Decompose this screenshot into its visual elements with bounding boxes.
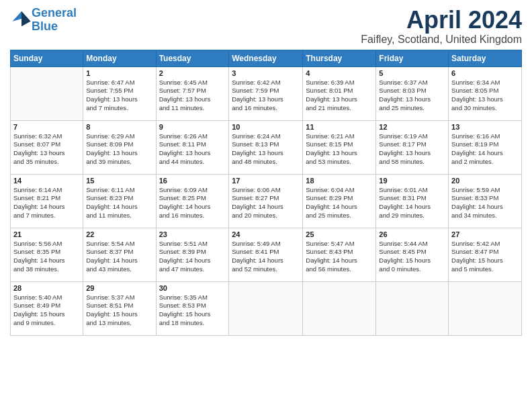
header-friday: Friday: [376, 50, 449, 66]
calendar-cell: 20Sunrise: 5:59 AM Sunset: 8:33 PM Dayli…: [449, 174, 522, 228]
day-number: 21: [13, 230, 80, 238]
day-number: 5: [379, 69, 445, 77]
day-info: Sunrise: 5:54 AM Sunset: 8:37 PM Dayligh…: [86, 240, 152, 274]
calendar-cell: 6Sunrise: 6:34 AM Sunset: 8:05 PM Daylig…: [449, 66, 522, 120]
day-info: Sunrise: 6:16 AM Sunset: 8:19 PM Dayligh…: [451, 132, 519, 167]
calendar-cell: 23Sunrise: 5:51 AM Sunset: 8:39 PM Dayli…: [156, 228, 229, 281]
day-info: Sunrise: 5:42 AM Sunset: 8:47 PM Dayligh…: [451, 240, 519, 274]
day-number: 16: [159, 177, 226, 185]
calendar-cell: [376, 281, 449, 335]
calendar-cell: 11Sunrise: 6:21 AM Sunset: 8:15 PM Dayli…: [303, 120, 376, 174]
calendar-cell: 4Sunrise: 6:39 AM Sunset: 8:01 PM Daylig…: [303, 66, 376, 120]
day-number: 9: [159, 123, 226, 131]
calendar-cell: 29Sunrise: 5:37 AM Sunset: 8:51 PM Dayli…: [83, 281, 156, 335]
day-info: Sunrise: 5:44 AM Sunset: 8:45 PM Dayligh…: [379, 240, 445, 274]
header-tuesday: Tuesday: [156, 50, 229, 66]
day-number: 14: [13, 177, 80, 185]
day-info: Sunrise: 6:09 AM Sunset: 8:25 PM Dayligh…: [159, 186, 226, 220]
day-info: Sunrise: 5:37 AM Sunset: 8:51 PM Dayligh…: [86, 293, 152, 328]
day-info: Sunrise: 5:56 AM Sunset: 8:35 PM Dayligh…: [13, 240, 80, 274]
day-number: 25: [306, 230, 373, 238]
day-number: 24: [232, 230, 300, 238]
day-number: 23: [159, 230, 226, 238]
calendar-cell: 8Sunrise: 6:29 AM Sunset: 8:09 PM Daylig…: [83, 120, 156, 174]
day-info: Sunrise: 6:45 AM Sunset: 7:57 PM Dayligh…: [159, 79, 226, 113]
weekday-header-row: Sunday Monday Tuesday Wednesday Thursday…: [11, 50, 522, 66]
day-number: 2: [159, 69, 226, 77]
calendar-cell: 15Sunrise: 6:11 AM Sunset: 8:23 PM Dayli…: [83, 174, 156, 228]
calendar-cell: 26Sunrise: 5:44 AM Sunset: 8:45 PM Dayli…: [376, 228, 449, 281]
calendar-cell: 7Sunrise: 6:32 AM Sunset: 8:07 PM Daylig…: [11, 120, 83, 174]
calendar: Sunday Monday Tuesday Wednesday Thursday…: [10, 50, 522, 336]
day-info: Sunrise: 5:40 AM Sunset: 8:49 PM Dayligh…: [13, 293, 80, 328]
month-title: April 2024: [361, 7, 522, 34]
day-info: Sunrise: 6:47 AM Sunset: 7:55 PM Dayligh…: [86, 79, 152, 113]
day-info: Sunrise: 6:19 AM Sunset: 8:17 PM Dayligh…: [379, 132, 445, 167]
calendar-cell: [303, 281, 376, 335]
day-info: Sunrise: 6:11 AM Sunset: 8:23 PM Dayligh…: [86, 186, 152, 220]
week-row-5: 28Sunrise: 5:40 AM Sunset: 8:49 PM Dayli…: [11, 281, 522, 335]
day-info: Sunrise: 6:24 AM Sunset: 8:13 PM Dayligh…: [232, 132, 300, 167]
day-number: 28: [13, 284, 80, 292]
calendar-cell: [229, 281, 303, 335]
day-info: Sunrise: 5:47 AM Sunset: 8:43 PM Dayligh…: [306, 240, 373, 274]
day-info: Sunrise: 6:32 AM Sunset: 8:07 PM Dayligh…: [13, 132, 80, 167]
calendar-cell: 14Sunrise: 6:14 AM Sunset: 8:21 PM Dayli…: [11, 174, 83, 228]
day-number: 11: [306, 123, 373, 131]
day-info: Sunrise: 6:42 AM Sunset: 7:59 PM Dayligh…: [232, 79, 300, 113]
calendar-cell: 25Sunrise: 5:47 AM Sunset: 8:43 PM Dayli…: [303, 228, 376, 281]
header-saturday: Saturday: [449, 50, 522, 66]
calendar-cell: 28Sunrise: 5:40 AM Sunset: 8:49 PM Dayli…: [11, 281, 83, 335]
day-number: 13: [451, 123, 519, 131]
day-number: 18: [306, 177, 373, 185]
day-info: Sunrise: 6:06 AM Sunset: 8:27 PM Dayligh…: [232, 186, 300, 220]
day-number: 30: [159, 284, 226, 292]
day-number: 15: [86, 177, 152, 185]
calendar-cell: 21Sunrise: 5:56 AM Sunset: 8:35 PM Dayli…: [11, 228, 83, 281]
calendar-cell: 30Sunrise: 5:35 AM Sunset: 8:53 PM Dayli…: [156, 281, 229, 335]
calendar-cell: 19Sunrise: 6:01 AM Sunset: 8:31 PM Dayli…: [376, 174, 449, 228]
day-number: 20: [451, 177, 519, 185]
day-info: Sunrise: 6:34 AM Sunset: 8:05 PM Dayligh…: [451, 79, 519, 113]
day-info: Sunrise: 6:04 AM Sunset: 8:29 PM Dayligh…: [306, 186, 373, 220]
day-info: Sunrise: 5:59 AM Sunset: 8:33 PM Dayligh…: [451, 186, 519, 220]
day-number: 26: [379, 230, 445, 238]
logo: General Blue: [10, 7, 77, 34]
day-number: 4: [306, 69, 373, 77]
day-number: 27: [451, 230, 519, 238]
header-sunday: Sunday: [11, 50, 83, 66]
location-subtitle: Faifley, Scotland, United Kingdom: [361, 34, 522, 46]
day-info: Sunrise: 6:26 AM Sunset: 8:11 PM Dayligh…: [159, 132, 226, 167]
day-number: 22: [86, 230, 152, 238]
day-info: Sunrise: 5:49 AM Sunset: 8:41 PM Dayligh…: [232, 240, 300, 274]
calendar-cell: 13Sunrise: 6:16 AM Sunset: 8:19 PM Dayli…: [449, 120, 522, 174]
calendar-cell: 18Sunrise: 6:04 AM Sunset: 8:29 PM Dayli…: [303, 174, 376, 228]
day-info: Sunrise: 6:01 AM Sunset: 8:31 PM Dayligh…: [379, 186, 445, 220]
day-info: Sunrise: 6:39 AM Sunset: 8:01 PM Dayligh…: [306, 79, 373, 113]
week-row-3: 14Sunrise: 6:14 AM Sunset: 8:21 PM Dayli…: [11, 174, 522, 228]
header-monday: Monday: [83, 50, 156, 66]
calendar-cell: 12Sunrise: 6:19 AM Sunset: 8:17 PM Dayli…: [376, 120, 449, 174]
day-info: Sunrise: 6:29 AM Sunset: 8:09 PM Dayligh…: [86, 132, 152, 167]
day-number: 17: [232, 177, 300, 185]
day-info: Sunrise: 5:51 AM Sunset: 8:39 PM Dayligh…: [159, 240, 226, 274]
header-wednesday: Wednesday: [229, 50, 303, 66]
page: General Blue April 2024 Faifley, Scotlan…: [0, 0, 532, 411]
calendar-cell: 5Sunrise: 6:37 AM Sunset: 8:03 PM Daylig…: [376, 66, 449, 120]
day-number: 19: [379, 177, 445, 185]
day-number: 6: [451, 69, 519, 77]
logo-blue: Blue: [32, 19, 58, 33]
calendar-cell: 10Sunrise: 6:24 AM Sunset: 8:13 PM Dayli…: [229, 120, 303, 174]
day-number: 29: [86, 284, 152, 292]
day-number: 7: [13, 123, 80, 131]
week-row-2: 7Sunrise: 6:32 AM Sunset: 8:07 PM Daylig…: [11, 120, 522, 174]
day-info: Sunrise: 5:35 AM Sunset: 8:53 PM Dayligh…: [159, 293, 226, 328]
logo-icon: [11, 9, 32, 29]
calendar-cell: 16Sunrise: 6:09 AM Sunset: 8:25 PM Dayli…: [156, 174, 229, 228]
day-info: Sunrise: 6:21 AM Sunset: 8:15 PM Dayligh…: [306, 132, 373, 167]
svg-marker-1: [21, 11, 31, 27]
day-number: 10: [232, 123, 300, 131]
calendar-cell: [11, 66, 83, 120]
day-info: Sunrise: 6:14 AM Sunset: 8:21 PM Dayligh…: [13, 186, 80, 220]
day-info: Sunrise: 6:37 AM Sunset: 8:03 PM Dayligh…: [379, 79, 445, 113]
